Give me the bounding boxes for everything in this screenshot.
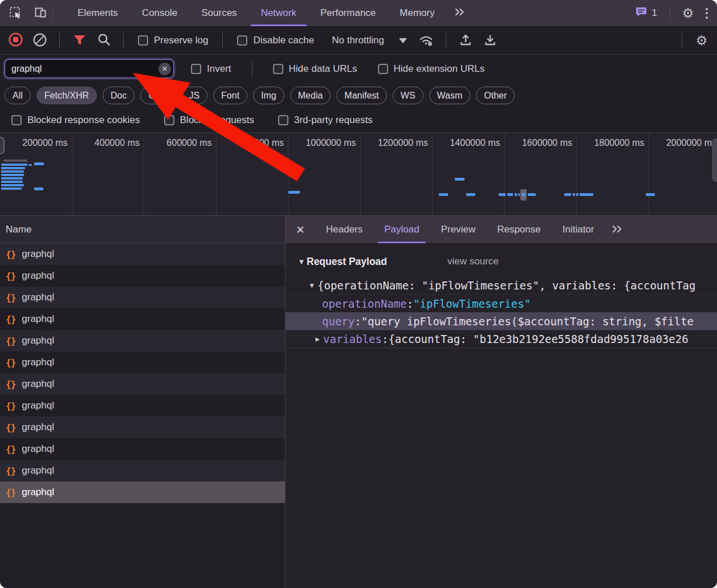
payload-operationname-row[interactable]: operationName: "ipFlowTimeseries" [286,295,717,312]
blocked-filter-checkbox[interactable]: Blocked requests [161,114,258,126]
checkbox-box [237,35,247,46]
waterfall-bar [1,170,24,173]
checkbox-box [273,64,283,74]
invert-checkbox[interactable]: Invert [188,63,235,75]
device-toolbar-button[interactable] [32,5,49,22]
detail-tab[interactable]: Payload [373,216,430,243]
resource-chip[interactable]: Font [213,87,247,104]
request-row[interactable]: {} graphql [0,352,285,373]
request-name: graphql [22,313,54,325]
request-row[interactable]: {} graphql [0,416,285,438]
request-row[interactable]: {} graphql [0,265,285,287]
record-network-log-button[interactable] [7,32,24,49]
network-settings-button[interactable]: ⚙ [693,32,710,49]
panel-tab[interactable]: Network [249,0,308,26]
payload-section-header: ▼ Request Payload view source [286,252,717,271]
clear-filter-button[interactable]: ✕ [158,63,171,75]
inspect-element-button[interactable] [7,5,24,22]
filter-toggle-button[interactable] [71,32,88,49]
network-conditions-button[interactable] [418,32,435,49]
panel-tab[interactable]: Performance [308,0,388,26]
detail-tab[interactable]: Initiator [552,216,605,243]
devtools-tabbar: Elements Console Sources Network Perform… [0,0,717,27]
panel-tab[interactable]: Sources [189,0,248,26]
request-detail-panel: ✕ Headers Payload Preview [286,216,717,588]
timeline-tick-label: 1600000 ms [505,133,577,215]
request-row[interactable]: {} graphql [0,287,285,308]
request-row[interactable]: {} graphql [0,438,285,460]
request-name: graphql [22,248,54,260]
json-icon: {} [6,357,15,368]
resource-chip[interactable]: Img [253,87,284,104]
panel-tab[interactable]: Memory [388,0,446,26]
close-detail-button[interactable]: ✕ [286,216,315,243]
more-detail-tabs-button[interactable] [607,216,628,243]
resource-chip[interactable]: WS [393,87,423,104]
view-source-link[interactable]: view source [444,255,502,268]
request-row[interactable]: {} graphql [0,243,285,265]
timeline-columns: 200000 ms 400000 ms 600000 ms 800000 ms … [0,133,717,215]
resource-chip[interactable]: Wasm [429,87,471,104]
disable-cache-checkbox[interactable]: Disable cache [234,34,317,47]
resource-chip[interactable]: JS [181,87,207,104]
request-name: graphql [22,335,54,346]
network-overview-timeline[interactable]: 200000 ms 400000 ms 600000 ms 800000 ms … [0,133,717,216]
issues-button[interactable]: 1 [631,5,661,22]
request-row[interactable]: {} graphql [0,460,285,481]
timeline-scrollbar[interactable] [712,138,717,182]
request-row[interactable]: {} graphql [0,373,285,395]
search-button[interactable] [95,32,112,49]
waterfall-bar [576,193,579,196]
issues-bubble-icon [634,6,648,21]
resource-chip[interactable]: Media [290,87,331,104]
hide-extension-urls-checkbox[interactable]: Hide extension URLs [374,63,488,75]
waterfall-bar [1,181,23,183]
collapse-triangle-icon[interactable]: ▼ [297,258,306,266]
json-icon: {} [6,487,15,498]
payload-variables-row[interactable]: ▶ variables: {accountTag: "b12e3b2192ee5… [286,330,717,348]
preserve-log-checkbox[interactable]: Preserve log [135,34,211,47]
filter-row: ✕ Invert Hide data URLs Hide extension U… [0,55,717,83]
resource-chip[interactable]: Manifest [336,87,386,104]
settings-button[interactable]: ⚙ [679,5,696,22]
filter-input[interactable] [5,59,174,78]
throttling-select[interactable]: No throttling [328,34,410,47]
panel-tab[interactable]: Elements [66,0,130,26]
request-row[interactable]: {} graphql [0,308,285,330]
payload-preview-row[interactable]: ▼ {operationName: "ipFlowTimeseries", va… [286,277,717,295]
double-chevron-icon [454,9,466,19]
json-icon: {} [6,466,15,476]
resource-chip[interactable]: Fetch/XHR [36,87,97,104]
export-har-button[interactable] [482,32,499,49]
blocked-filter-checkbox[interactable]: 3rd-party requests [275,114,376,126]
request-row[interactable]: {} graphql [0,330,285,352]
request-row[interactable]: {} graphql [0,395,285,416]
panel-tab[interactable]: Console [130,0,189,26]
detail-tab[interactable]: Headers [315,216,373,243]
main-menu-button[interactable] [702,5,711,22]
collapse-triangle-icon[interactable]: ▼ [306,281,317,289]
resource-chip[interactable]: CSS [140,87,175,104]
double-chevron-icon [610,224,624,236]
request-name: graphql [22,400,54,411]
resource-chip[interactable]: All [5,87,31,104]
detail-tab[interactable]: Preview [430,216,486,243]
blocked-filters-row: Blocked response cookies Blocked request… [0,108,717,133]
more-panels-button[interactable] [447,0,473,26]
payload-query-row[interactable]: query: "query ipFlowTimeseries($accountT… [286,312,717,330]
request-row[interactable]: {} graphql [0,481,285,503]
timeline-tick-label: 1800000 ms [577,133,649,215]
resource-chip[interactable]: Doc [103,87,135,104]
import-har-button[interactable] [457,32,474,49]
clear-network-log-button[interactable] [31,32,48,49]
expand-triangle-icon[interactable]: ▶ [312,335,323,343]
resource-chip[interactable]: Other [476,87,515,104]
detail-tab[interactable]: Response [486,216,552,243]
blocked-filter-checkbox[interactable]: Blocked response cookies [8,114,144,126]
timeline-tick-label: 400000 ms [72,133,145,215]
checkbox-box [278,115,288,125]
name-column-header[interactable]: Name [0,216,285,243]
checkbox-box [378,64,388,74]
hide-data-urls-checkbox[interactable]: Hide data URLs [270,63,361,75]
timeline-scroll-handle-left[interactable] [0,137,5,154]
